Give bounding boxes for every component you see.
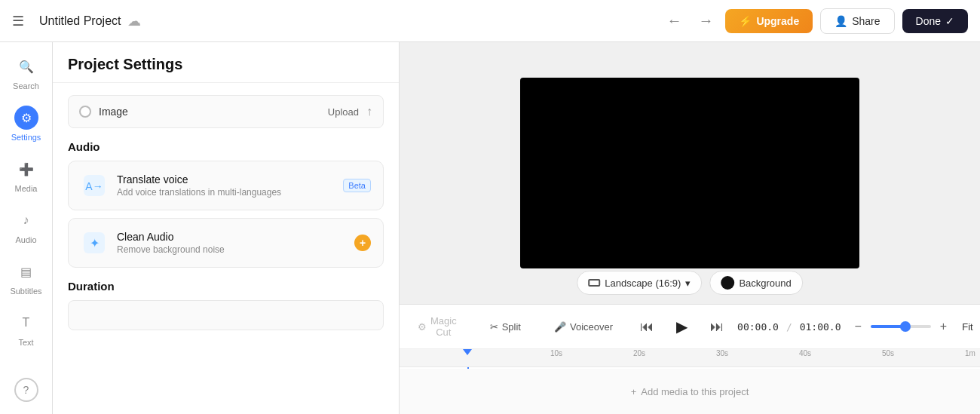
landscape-icon xyxy=(588,279,600,287)
split-icon: ✂ xyxy=(490,321,498,333)
timeline-toolbar: ⚙ Magic Cut ✂ Split 🎤 Voiceover ⏮ ▶ ⏭ 00… xyxy=(400,305,980,349)
ruler-tick-1m: 1m xyxy=(965,349,975,357)
ruler-marks: 10s 20s 30s 40s 50s 1m xyxy=(467,349,980,366)
play-button[interactable]: ▶ xyxy=(667,313,697,340)
audio-section-title: Audio xyxy=(68,140,384,153)
redo-button[interactable]: → xyxy=(694,9,718,32)
settings-body: Image Upload ↑ Audio A→ Translate voice … xyxy=(53,83,399,414)
background-button[interactable]: Background xyxy=(709,271,802,295)
rewind-button[interactable]: ⏮ xyxy=(631,314,663,339)
sidebar-item-audio[interactable]: ♪ Audio xyxy=(4,202,49,250)
magic-cut-label: Magic Cut xyxy=(430,315,457,338)
ruler-tick-50s: 50s xyxy=(882,349,894,357)
share-label: Share xyxy=(852,15,880,27)
topbar-actions: ← → ⚡ Upgrade 👤 Share Done ✓ xyxy=(662,8,968,34)
ruler-tick-30s: 30s xyxy=(716,349,728,357)
sidebar-item-search-label: Search xyxy=(13,81,39,90)
translate-voice-desc: Add voice translations in multi-language… xyxy=(117,187,334,198)
media-icon: ➕ xyxy=(14,157,38,181)
translate-voice-info: Translate voice Add voice translations i… xyxy=(117,173,334,198)
bg-dot-icon xyxy=(721,276,734,290)
done-icon: ✓ xyxy=(945,15,954,27)
translate-voice-card[interactable]: A→ Translate voice Add voice translation… xyxy=(68,161,384,210)
split-label: Split xyxy=(502,321,521,333)
clean-audio-icon: ✦ xyxy=(81,229,108,256)
clean-audio-info: Clean Audio Remove background noise xyxy=(117,231,345,255)
fast-forward-button[interactable]: ⏭ xyxy=(701,314,733,339)
sidebar-item-settings[interactable]: ⚙ Settings xyxy=(4,100,49,148)
video-canvas xyxy=(520,78,859,268)
voiceover-icon: 🎤 xyxy=(554,321,566,333)
zoom-out-button[interactable]: − xyxy=(850,318,866,335)
voiceover-button[interactable]: 🎤 Voiceover xyxy=(545,317,622,337)
sidebar-item-subtitles-label: Subtitles xyxy=(10,287,41,296)
settings-panel: Project Settings Image Upload ↑ Audio A→… xyxy=(53,42,400,414)
cloud-icon: ☁ xyxy=(127,13,141,29)
upgrade-button[interactable]: ⚡ Upgrade xyxy=(725,9,813,33)
preview-main: Landscape (16:9) ▾ Background xyxy=(400,42,980,304)
image-row[interactable]: Image Upload ↑ xyxy=(68,95,384,128)
undo-button[interactable]: ← xyxy=(662,9,686,32)
image-radio[interactable] xyxy=(79,106,91,118)
time-separator: / xyxy=(786,321,792,333)
current-time: 00:00.0 xyxy=(737,321,779,333)
background-label: Background xyxy=(739,278,791,289)
sidebar-item-search[interactable]: 🔍 Search xyxy=(4,48,49,97)
ruler-tick-10s: 10s xyxy=(550,349,562,357)
settings-icon: ⚙ xyxy=(14,106,38,130)
fit-button[interactable]: Fit xyxy=(956,318,978,336)
project-title: Untitled Project xyxy=(39,14,121,28)
sidebar-item-text[interactable]: T Text xyxy=(4,305,49,353)
sidebar-item-media-label: Media xyxy=(15,184,38,193)
main-area: 🔍 Search ⚙ Settings ➕ Media ♪ Audio ▤ Su… xyxy=(0,42,980,414)
sidebar-item-media[interactable]: ➕ Media xyxy=(4,151,49,199)
upgrade-badge: + xyxy=(354,235,371,251)
zoom-controls: − + Fit xyxy=(850,318,979,336)
subtitles-icon: ▤ xyxy=(14,259,38,284)
topbar: ☰ Untitled Project ☁ ← → ⚡ Upgrade 👤 Sha… xyxy=(0,0,980,42)
sidebar-item-text-label: Text xyxy=(18,338,33,347)
timeline-playhead xyxy=(467,367,469,369)
topbar-title: Untitled Project ☁ xyxy=(39,13,653,29)
zoom-slider[interactable] xyxy=(871,325,931,328)
help-icon: ? xyxy=(14,378,38,402)
add-media-icon: + xyxy=(631,386,637,397)
translate-voice-name: Translate voice xyxy=(117,173,334,186)
timeline-ruler: 10s 20s 30s 40s 50s 1m xyxy=(400,349,980,367)
duration-input[interactable] xyxy=(68,300,384,330)
sidebar-item-help[interactable]: ? xyxy=(4,372,49,408)
sidebar-icons: 🔍 Search ⚙ Settings ➕ Media ♪ Audio ▤ Su… xyxy=(0,42,53,414)
settings-panel-title: Project Settings xyxy=(68,56,384,73)
magic-cut-icon: ⚙ xyxy=(418,321,427,333)
add-media-row[interactable]: + Add media to this project xyxy=(400,369,980,414)
duration-section-title: Duration xyxy=(68,280,384,293)
split-button[interactable]: ✂ Split xyxy=(481,317,530,337)
magic-cut-button: ⚙ Magic Cut xyxy=(409,311,466,342)
clean-audio-name: Clean Audio xyxy=(117,231,345,243)
landscape-label: Landscape (16:9) xyxy=(605,278,681,289)
upload-icon[interactable]: ↑ xyxy=(366,105,372,118)
zoom-in-button[interactable]: + xyxy=(936,318,951,335)
clean-audio-desc: Remove background noise xyxy=(117,244,345,255)
svg-text:✦: ✦ xyxy=(90,237,100,250)
ruler-tick-40s: 40s xyxy=(799,349,811,357)
translate-voice-icon: A→ xyxy=(81,172,108,199)
svg-text:A→: A→ xyxy=(85,180,103,192)
voiceover-label: Voiceover xyxy=(570,321,613,333)
done-button[interactable]: Done ✓ xyxy=(902,9,968,33)
sidebar-item-subtitles[interactable]: ▤ Subtitles xyxy=(4,253,49,302)
search-icon: 🔍 xyxy=(14,54,38,78)
landscape-button[interactable]: Landscape (16:9) ▾ xyxy=(577,271,702,295)
done-label: Done xyxy=(916,15,941,27)
timeline-track-area[interactable]: + Add media to this project xyxy=(400,369,980,414)
text-icon: T xyxy=(14,311,38,335)
total-time: 01:00.0 xyxy=(800,321,841,333)
duration-section: Duration xyxy=(68,280,384,330)
clean-audio-card[interactable]: ✦ Clean Audio Remove background noise + xyxy=(68,218,384,268)
add-media-label: Add media to this project xyxy=(641,386,749,397)
ruler-tick-20s: 20s xyxy=(633,349,645,357)
upload-button[interactable]: Upload xyxy=(328,106,359,118)
timeline-area: ⚙ Magic Cut ✂ Split 🎤 Voiceover ⏮ ▶ ⏭ 00… xyxy=(400,304,980,414)
share-button[interactable]: 👤 Share xyxy=(820,8,894,34)
menu-icon[interactable]: ☰ xyxy=(12,13,24,29)
